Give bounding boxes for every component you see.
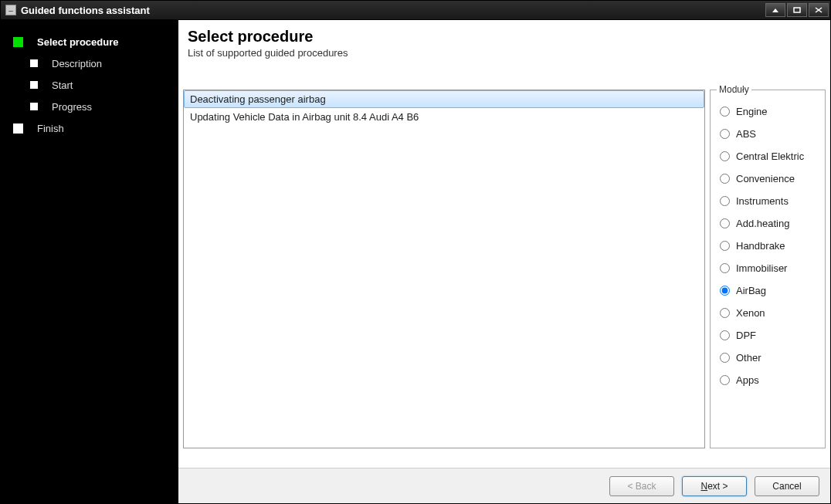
step-label: Progress <box>52 101 92 113</box>
wizard-sidebar: Select procedure Description Start Progr… <box>1 20 178 503</box>
minimize-button[interactable] <box>765 3 785 17</box>
radio-label: Convenience <box>736 173 795 184</box>
module-radio-add-heating[interactable]: Add.heating <box>720 218 819 229</box>
procedure-label: Updating Vehicle Data in Airbag unit 8.4… <box>190 111 419 123</box>
radio-label: Apps <box>736 374 759 386</box>
step-marker-icon <box>30 59 38 67</box>
body: Select procedure Description Start Progr… <box>1 20 830 503</box>
svg-marker-0 <box>772 8 778 12</box>
procedure-item[interactable]: Deactivating passenger airbag <box>184 90 704 108</box>
radio-label: Instruments <box>736 195 789 207</box>
procedure-item[interactable]: Updating Vehicle Data in Airbag unit 8.4… <box>184 108 704 126</box>
step-label: Start <box>52 79 73 91</box>
radio-label: Other <box>736 352 761 364</box>
step-start[interactable]: Start <box>25 77 171 93</box>
module-radio-convenience[interactable]: Convenience <box>720 173 819 184</box>
page-title: Select procedure <box>188 28 821 46</box>
procedure-label: Deactivating passenger airbag <box>190 93 326 105</box>
step-progress[interactable]: Progress <box>25 99 171 114</box>
module-radio-abs[interactable]: ABS <box>720 128 819 140</box>
svg-rect-1 <box>794 8 800 12</box>
module-radio-handbrake[interactable]: Handbrake <box>720 240 819 252</box>
cancel-button[interactable]: Cancel <box>755 476 819 496</box>
next-rest: ext > <box>707 481 728 492</box>
modules-groupbox: Moduły Engine ABS Central Elektric Conve… <box>710 90 826 448</box>
step-label: Description <box>52 58 102 69</box>
wizard-footer: < Back Next > Cancel <box>178 468 830 503</box>
radio-label: Handbrake <box>736 240 785 252</box>
close-button[interactable] <box>809 3 829 17</box>
module-radio-dpf[interactable]: DPF <box>720 330 819 341</box>
module-radio-xenon[interactable]: Xenon <box>720 307 819 319</box>
step-finish[interactable]: Finish <box>8 120 171 136</box>
radio-label: Central Elektric <box>736 151 804 162</box>
radio-label: Engine <box>736 106 767 117</box>
step-label: Finish <box>37 123 64 134</box>
step-description[interactable]: Description <box>25 56 171 71</box>
module-radio-engine[interactable]: Engine <box>720 106 819 117</box>
main-panel: Select procedure List of supported guide… <box>178 20 830 503</box>
page-subtitle: List of supported guided procedures <box>188 47 821 59</box>
next-button[interactable]: Next > <box>682 476 747 496</box>
main-header: Select procedure List of supported guide… <box>178 20 830 65</box>
step-marker-icon <box>13 123 23 134</box>
radio-label: Add.heating <box>736 218 789 229</box>
radio-label: AirBag <box>736 285 766 296</box>
titlebar: – Guided functions assistant <box>1 1 830 20</box>
radio-label: ABS <box>736 128 756 140</box>
step-label: Select procedure <box>37 36 119 48</box>
app-window: – Guided functions assistant Select proc… <box>0 0 831 504</box>
radio-label: Immobiliser <box>736 262 787 274</box>
radio-label: Xenon <box>736 307 765 319</box>
modules-legend: Moduły <box>717 84 751 95</box>
module-radio-airbag[interactable]: AirBag <box>720 285 819 296</box>
main-content: Deactivating passenger airbag Updating V… <box>178 65 830 468</box>
procedure-list[interactable]: Deactivating passenger airbag Updating V… <box>183 90 705 448</box>
step-marker-icon <box>13 37 23 47</box>
step-marker-icon <box>30 81 38 89</box>
next-mnemonic: N <box>700 481 707 492</box>
module-radio-other[interactable]: Other <box>720 352 819 364</box>
window-title: Guided functions assistant <box>21 5 150 16</box>
back-button: < Back <box>609 476 674 496</box>
procedure-list-container: Deactivating passenger airbag Updating V… <box>183 90 705 463</box>
module-radio-instruments[interactable]: Instruments <box>720 195 819 207</box>
module-radio-immobiliser[interactable]: Immobiliser <box>720 262 819 274</box>
maximize-button[interactable] <box>787 3 807 17</box>
system-menu-icon[interactable]: – <box>5 5 16 15</box>
step-select-procedure[interactable]: Select procedure <box>8 34 171 49</box>
radio-label: DPF <box>736 330 756 341</box>
module-radio-apps[interactable]: Apps <box>720 374 819 386</box>
module-radio-central-elektric[interactable]: Central Elektric <box>720 151 819 162</box>
step-marker-icon <box>30 103 38 110</box>
